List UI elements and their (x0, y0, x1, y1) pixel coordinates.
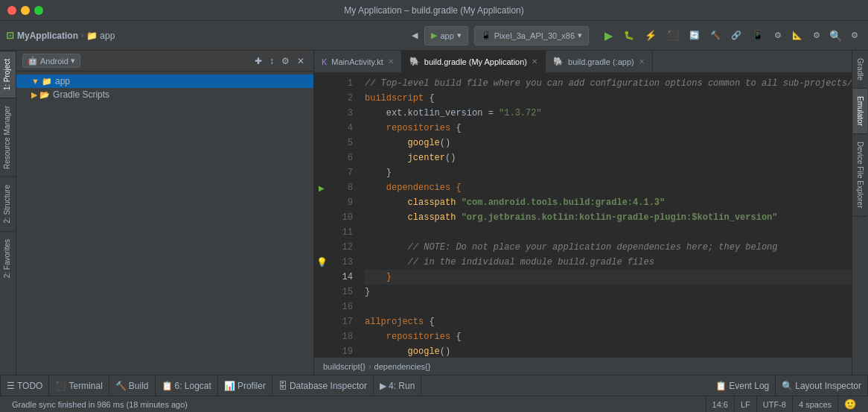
gutter-area: ▶ 💡 (314, 73, 329, 357)
line-num-18: 18 (329, 329, 353, 344)
db-inspector-label: Database Inspector (290, 381, 367, 391)
profiler-label: Profiler (237, 381, 266, 391)
gutter-10 (314, 210, 329, 225)
layout-inspector-label: Layout Inspector (795, 381, 861, 391)
tab-build-gradle-app[interactable]: 🐘 build.gradle (My Application) ✕ (402, 51, 546, 72)
add-item-button[interactable]: ✚ (252, 54, 265, 68)
tab-build-gradle-module[interactable]: 🐘 build.gradle (:app) ✕ (546, 51, 653, 72)
device-dropdown-arrow: ▾ (578, 31, 582, 40)
maximize-button[interactable] (34, 6, 43, 15)
terminal-icon: ⬛ (55, 381, 66, 391)
stop-button[interactable]: ⬛ (663, 28, 683, 43)
bc-item-dependencies[interactable]: dependencies{} (374, 362, 431, 371)
code-line-8: dependencies { (365, 180, 852, 195)
code-line-7: } (365, 165, 852, 180)
vtab-resource-manager[interactable]: Resource Manager (0, 98, 16, 177)
vtab-favorites[interactable]: 2: Favorites (0, 231, 16, 285)
line-num-8: 8 (329, 180, 353, 195)
sync-project-button[interactable]: ↕ (267, 54, 277, 68)
vtab-structure[interactable]: 2: Structure (0, 177, 16, 231)
logcat-tab[interactable]: 📋 6: Logcat (156, 375, 218, 396)
gutter-bulb-13[interactable]: 💡 (314, 255, 329, 270)
build-tab[interactable]: 🔨 Build (109, 375, 156, 396)
line-num-13: 13 (329, 255, 353, 270)
debug-button[interactable]: 🐛 (620, 28, 638, 42)
sync-button[interactable]: 🔄 (686, 28, 703, 42)
close-button[interactable] (7, 6, 16, 15)
bc-item-buildscript[interactable]: buildscript{} (323, 362, 366, 371)
gradle-icon-module: 🐘 (553, 57, 564, 66)
profiler-tab[interactable]: 📊 Profiler (218, 375, 272, 396)
tab-label-build-gradle: build.gradle (My Application) (424, 57, 527, 66)
line-num-16: 16 (329, 300, 353, 314)
todo-tab[interactable]: ☰ TODO (0, 375, 49, 396)
status-right: 14:6 LF UTF-8 4 spaces 🙂 (706, 396, 862, 413)
editor-content[interactable]: ▶ 💡 1 2 3 (314, 73, 852, 357)
line-separator[interactable]: LF (734, 396, 756, 413)
attach-debugger-button[interactable]: 🔗 (727, 28, 745, 42)
run-tab[interactable]: ▶ 4: Run (374, 375, 421, 396)
run-config-button[interactable]: ⚙ (809, 28, 824, 42)
close-panel-button[interactable]: ✕ (294, 54, 307, 68)
device-selector-dropdown[interactable]: 📱 Pixel_3a_API_30_x86 ▾ (474, 26, 589, 45)
status-bar: Gradle sync finished in 986 ms (18 minut… (0, 396, 868, 412)
line-num-2: 2 (329, 91, 353, 106)
app-selector-dropdown[interactable]: ▶ app ▾ (424, 26, 467, 45)
app-name: app (100, 31, 115, 41)
gutter-run-8[interactable]: ▶ (314, 180, 329, 195)
charset[interactable]: UTF-8 (756, 396, 792, 413)
gutter-16 (314, 300, 329, 314)
vtab-project[interactable]: 1: Project (0, 51, 16, 98)
code-area[interactable]: // Top-level build file where you can ad… (359, 73, 852, 357)
search-everywhere-button[interactable]: 🔍 (827, 28, 844, 44)
gutter-3 (314, 106, 329, 121)
terminal-tab[interactable]: ⬛ Terminal (49, 375, 109, 396)
vtab-gradle[interactable]: Gradle (853, 51, 867, 89)
line-num-17: 17 (329, 314, 353, 329)
gutter-4 (314, 121, 329, 136)
tree-item-gradle-scripts[interactable]: ▶ 📂 Gradle Scripts (16, 88, 313, 101)
logcat-icon: 📋 (162, 381, 173, 391)
tab-close-mainactivity[interactable]: ✕ (388, 57, 394, 66)
database-inspector-tab[interactable]: 🗄 Database Inspector (272, 375, 374, 396)
selector-arrow: ▾ (71, 56, 75, 66)
vtab-emulator[interactable]: Emulator (853, 89, 867, 134)
code-line-10: classpath "org.jetbrains.kotlin:kotlin-g… (365, 210, 852, 225)
layout-inspector-tab[interactable]: 🔍 Layout Inspector (776, 375, 868, 396)
line-num-4: 4 (329, 121, 353, 136)
sdk-manager-button[interactable]: ⚙ (770, 28, 785, 42)
code-text-12: // NOTE: Do not place your application d… (365, 240, 778, 255)
android-view-selector[interactable]: 🤖 Android ▾ (22, 54, 80, 68)
project-structure-button[interactable]: 📐 (788, 28, 806, 42)
tab-close-build-gradle-module[interactable]: ✕ (639, 57, 645, 66)
bc-arrow: › (368, 362, 371, 371)
indent-indicator[interactable]: 4 spaces (792, 396, 837, 413)
project-icon: ⊡ (6, 30, 14, 41)
panel-settings-button[interactable]: ⚙ (278, 54, 293, 68)
profile-button[interactable]: ⚡ (641, 28, 660, 43)
tree-item-app[interactable]: ▼ 📁 app (16, 75, 313, 88)
run-button[interactable]: ▶ (601, 27, 617, 45)
vtab-device-explorer[interactable]: Device File Explorer (853, 134, 867, 216)
gutter-9 (314, 195, 329, 210)
tab-close-build-gradle[interactable]: ✕ (532, 57, 537, 66)
back-button[interactable]: ◀ (408, 28, 421, 42)
content-area: 1: Project Resource Manager 2: Structure… (0, 51, 868, 375)
run-config-icon: ▶ (431, 31, 437, 40)
settings-button[interactable]: ⚙ (847, 28, 862, 42)
app-folder-label[interactable]: 📁 app (86, 31, 115, 41)
event-log-tab[interactable]: 📋 Event Log (709, 375, 776, 396)
project-name[interactable]: MyApplication (17, 31, 78, 41)
device-selector-label: Pixel_3a_API_30_x86 (494, 31, 575, 40)
bottom-toolbar: ☰ TODO ⬛ Terminal 🔨 Build 📋 6: Logcat 📊 … (0, 375, 868, 396)
code-line-14: } (365, 270, 852, 285)
minimize-button[interactable] (21, 6, 30, 15)
make-button[interactable]: 🔨 (706, 28, 724, 42)
cursor-position[interactable]: 14:6 (706, 396, 734, 413)
tab-label-build-gradle-module: build.gradle (:app) (568, 57, 634, 66)
code-line-18: repositories { (365, 329, 852, 344)
avd-manager-button[interactable]: 📱 (748, 28, 768, 43)
tab-mainactivity[interactable]: K MainActivity.kt ✕ (314, 51, 402, 72)
gutter-7 (314, 165, 329, 180)
emoji-indicator[interactable]: 🙂 (837, 396, 862, 413)
